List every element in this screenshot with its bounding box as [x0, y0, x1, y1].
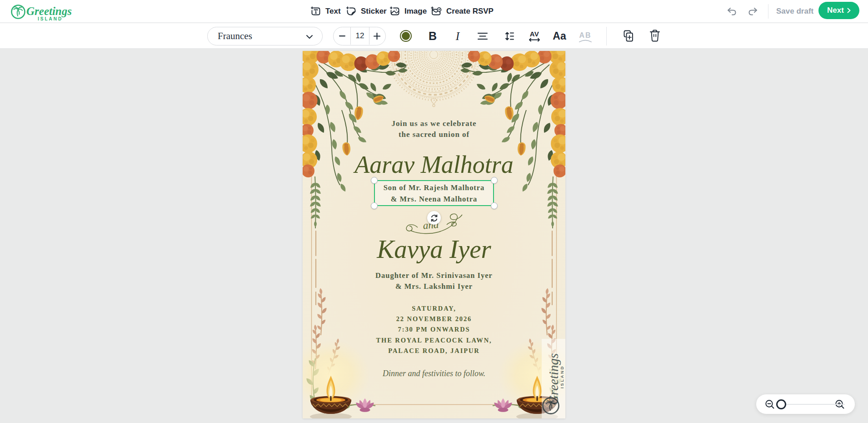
svg-text:Greetings: Greetings: [26, 5, 72, 17]
svg-text:ISLAND: ISLAND: [559, 365, 564, 388]
svg-text:Greetings: Greetings: [546, 353, 561, 405]
svg-text:ISLAND: ISLAND: [38, 16, 63, 21]
